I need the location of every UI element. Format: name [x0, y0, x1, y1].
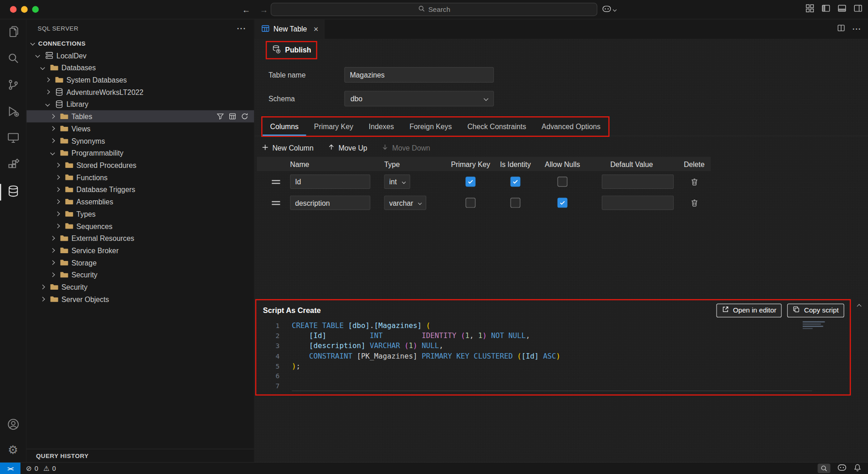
designer-tab-foreign-keys[interactable]: Foreign Keys: [402, 117, 460, 135]
back-button[interactable]: ←: [242, 5, 250, 14]
tree-item-views[interactable]: Views: [26, 122, 254, 135]
tree-item-programmability[interactable]: Programmability: [26, 147, 254, 159]
publish-button[interactable]: Publish: [269, 44, 313, 57]
tree-item-assemblies[interactable]: Assemblies: [26, 196, 254, 208]
twistie-icon[interactable]: [55, 199, 60, 204]
command-center-search[interactable]: Search: [271, 3, 597, 16]
forward-button[interactable]: →: [260, 5, 268, 14]
open-in-editor-button[interactable]: Open in editor: [716, 303, 782, 317]
tree-item-stored-procedures[interactable]: Stored Procedures: [26, 159, 254, 172]
twistie-icon[interactable]: [55, 212, 60, 216]
schema-select[interactable]: dbo: [344, 91, 494, 106]
move-up-button[interactable]: Move Up: [328, 144, 367, 152]
twistie-icon[interactable]: [45, 89, 50, 94]
refresh-icon[interactable]: [241, 113, 248, 120]
tree-item-tables[interactable]: Tables: [26, 110, 254, 123]
split-editor-icon[interactable]: [837, 24, 845, 34]
column-name-input[interactable]: [290, 196, 370, 210]
tree-item-sequences[interactable]: Sequences: [26, 220, 254, 232]
editor-more-actions-icon[interactable]: ···: [852, 25, 861, 33]
tree-item-service-broker[interactable]: Service Broker: [26, 245, 254, 257]
tree-item-types[interactable]: Types: [26, 208, 254, 220]
is-identity-checkbox[interactable]: [511, 177, 521, 187]
twistie-icon[interactable]: [35, 53, 40, 57]
notifications-bell-icon[interactable]: [853, 464, 861, 473]
tree-item-databases[interactable]: Databases: [26, 62, 254, 74]
tree-item-connections[interactable]: CONNECTIONS: [26, 37, 254, 49]
designer-tab-primary-key[interactable]: Primary Key: [306, 117, 361, 135]
twistie-icon[interactable]: [50, 248, 55, 253]
new-table-icon[interactable]: [229, 113, 237, 120]
tab-new-table[interactable]: New Table ×: [255, 20, 325, 39]
scroll-up-icon[interactable]: [857, 304, 861, 308]
remote-indicator[interactable]: ><: [0, 463, 21, 474]
designer-tab-columns[interactable]: Columns: [263, 117, 306, 135]
activity-extensions[interactable]: [0, 152, 26, 179]
tree-item-database-triggers[interactable]: Database Triggers: [26, 183, 254, 196]
toggle-secondary-sidebar-icon[interactable]: [853, 4, 862, 15]
filter-icon[interactable]: [217, 113, 224, 120]
twistie-icon[interactable]: [50, 151, 55, 155]
activity-remote-explorer[interactable]: [0, 126, 26, 152]
twistie-icon[interactable]: [45, 78, 50, 82]
copy-script-button[interactable]: Copy script: [787, 303, 844, 317]
twistie-icon[interactable]: [50, 236, 55, 240]
twistie-icon[interactable]: [55, 175, 60, 179]
is-identity-checkbox[interactable]: [511, 198, 521, 208]
tree-item-library[interactable]: Library: [26, 98, 254, 110]
drag-handle[interactable]: [272, 180, 280, 184]
twistie-icon[interactable]: [50, 126, 55, 131]
minimize-window-button[interactable]: [21, 6, 28, 13]
toggle-panel-icon[interactable]: [837, 4, 846, 15]
tree-item-adventureworkslt2022[interactable]: AdventureWorksLT2022: [26, 86, 254, 98]
activity-sql-server[interactable]: [0, 179, 26, 205]
twistie-icon[interactable]: [50, 260, 55, 265]
designer-tab-indexes[interactable]: Indexes: [361, 117, 402, 135]
tree-item-security[interactable]: Security: [26, 281, 254, 293]
twistie-icon[interactable]: [50, 272, 55, 277]
activity-settings[interactable]: ⚙: [0, 438, 26, 462]
twistie-icon[interactable]: [45, 102, 50, 106]
activity-search[interactable]: [0, 46, 26, 73]
tree-item-synonyms[interactable]: Synonyms: [26, 135, 254, 147]
toggle-primary-sidebar-icon[interactable]: [822, 4, 830, 15]
twistie-icon[interactable]: [40, 65, 45, 70]
primary-key-checkbox[interactable]: [465, 198, 475, 208]
column-type-select[interactable]: varchar: [384, 196, 427, 210]
twistie-icon[interactable]: [55, 163, 60, 167]
copilot-status-icon[interactable]: [837, 464, 846, 473]
twistie-icon[interactable]: [30, 41, 35, 46]
more-actions-icon[interactable]: ···: [237, 24, 247, 32]
designer-tab-check-constraints[interactable]: Check Constraints: [460, 117, 534, 135]
customize-layout-icon[interactable]: [806, 4, 814, 15]
move-down-button[interactable]: Move Down: [382, 144, 430, 152]
twistie-icon[interactable]: [40, 285, 45, 289]
drag-handle[interactable]: [272, 201, 280, 205]
tree-item-system-databases[interactable]: System Databases: [26, 74, 254, 86]
zoom-status-icon[interactable]: [818, 464, 831, 473]
allow-nulls-checkbox[interactable]: [558, 177, 568, 187]
activity-source-control[interactable]: [0, 73, 26, 99]
activity-explorer[interactable]: [0, 20, 26, 46]
close-tab-icon[interactable]: ×: [314, 25, 319, 33]
twistie-icon[interactable]: [50, 138, 55, 143]
table-name-input[interactable]: [344, 67, 494, 83]
query-history-section[interactable]: QUERY HISTORY: [26, 449, 254, 462]
allow-nulls-checkbox[interactable]: [558, 198, 568, 208]
tree-item-external-resources[interactable]: External Resources: [26, 232, 254, 245]
column-name-input[interactable]: [290, 175, 370, 189]
default-value-input[interactable]: [602, 175, 674, 189]
twistie-icon[interactable]: [50, 114, 55, 119]
activity-run-and-debug[interactable]: [0, 99, 26, 125]
twistie-icon[interactable]: [55, 224, 60, 228]
tree-item-security[interactable]: Security: [26, 269, 254, 281]
delete-row-button[interactable]: [690, 177, 698, 186]
designer-tab-advanced-options[interactable]: Advanced Options: [534, 117, 608, 135]
twistie-icon[interactable]: [40, 297, 45, 302]
tree-item-storage[interactable]: Storage: [26, 256, 254, 269]
column-type-select[interactable]: int: [384, 175, 410, 189]
twistie-icon[interactable]: [55, 187, 60, 192]
primary-key-checkbox[interactable]: [465, 177, 475, 187]
copilot-menu-button[interactable]: [602, 5, 616, 15]
tree-item-localdev[interactable]: LocalDev: [26, 49, 254, 62]
